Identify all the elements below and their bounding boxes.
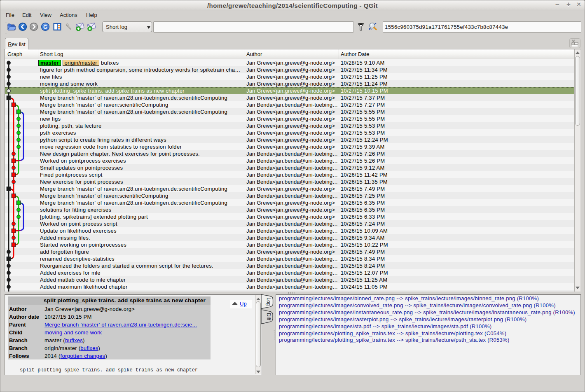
svg-text:Diff: Diff — [266, 313, 271, 320]
svg-text:Log: Log — [266, 297, 271, 306]
svg-text:G: G — [43, 24, 47, 30]
